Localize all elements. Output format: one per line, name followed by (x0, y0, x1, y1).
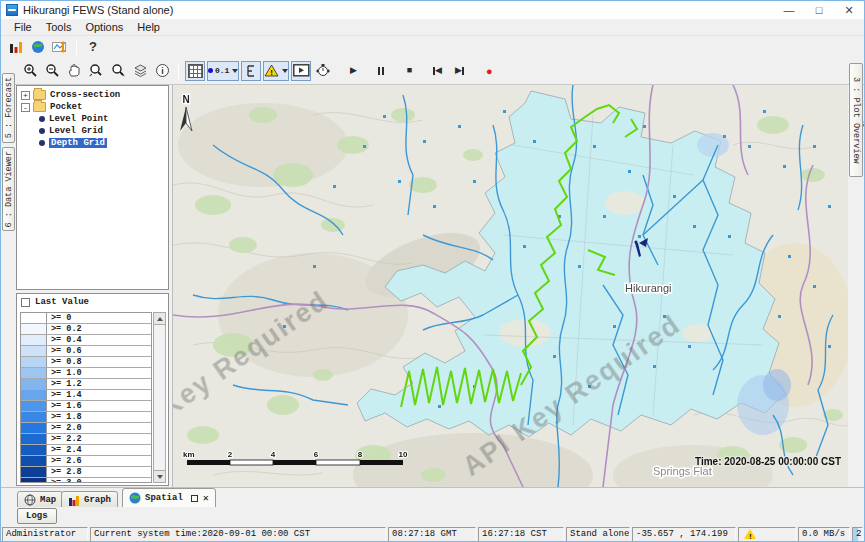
grid-icon (188, 64, 203, 78)
tree-node-level-grid[interactable]: Level Grid (17, 125, 168, 137)
tab-spatial[interactable]: Spatial ✕ (122, 488, 216, 508)
zoom-next-icon[interactable] (108, 61, 128, 81)
menu-file[interactable]: File (7, 20, 39, 34)
app-icon (6, 4, 18, 16)
legend-swatch (21, 445, 47, 455)
last-value-checkbox[interactable] (21, 298, 30, 307)
status-system-time: Current system time:2020-09-01 00:00 CST (90, 527, 386, 542)
legend-swatch (21, 390, 47, 400)
tab-data-viewer-label: 6 : Data Viewer (4, 151, 14, 228)
legend-row: >= 3.0 (21, 478, 151, 483)
expand-icon[interactable]: + (21, 91, 30, 100)
svg-text:6: 6 (314, 450, 319, 459)
menu-options[interactable]: Options (78, 20, 130, 34)
map-toolbar: i 0.1 ! ▶ (1, 57, 864, 85)
svg-text:km: km (183, 450, 195, 459)
pan-hand-icon[interactable] (64, 61, 84, 81)
map-viewport[interactable]: API Key Required API Key Required N km 2… (172, 85, 847, 487)
play-button[interactable]: ▶ (343, 61, 363, 81)
legend-swatch (21, 412, 47, 422)
logs-button[interactable]: Logs (17, 508, 57, 524)
stop-button[interactable]: ■ (399, 61, 419, 81)
timer-icon[interactable] (313, 61, 333, 81)
status-transfer-rate: 0.0 MB/s (798, 527, 850, 542)
pause-button[interactable] (371, 61, 391, 81)
legend-swatch (21, 478, 47, 483)
menu-tools[interactable]: Tools (39, 20, 79, 34)
legend-row-label: >= 0.6 (47, 346, 151, 356)
bullet-icon (39, 140, 45, 146)
legend-scrollbar[interactable] (153, 312, 166, 483)
legend-swatch (21, 357, 47, 367)
database-icon[interactable] (6, 37, 26, 57)
window-title: Hikurangi FEWS (Stand alone) (23, 4, 173, 16)
legend-row: >= 2.6 (21, 456, 151, 467)
scroll-down-icon[interactable] (154, 470, 165, 482)
legend-row-label: >= 0.2 (47, 324, 151, 334)
folder-icon (33, 90, 46, 100)
step-back-button[interactable]: ◀ (427, 61, 447, 81)
collapse-icon[interactable]: - (21, 103, 30, 112)
legend-row-label: >= 1.2 (47, 379, 151, 389)
tab-map[interactable]: Map (17, 491, 63, 508)
chevron-down-icon (232, 69, 238, 73)
tree-node-pocket[interactable]: - Pocket (17, 101, 168, 113)
tab-plot-overview[interactable]: 3 : Plot Overview (849, 63, 863, 177)
animation-button[interactable] (291, 61, 311, 81)
tab-graph[interactable]: Graph (61, 491, 118, 508)
legend-row-label: >= 3.0 (47, 478, 151, 483)
help-icon: ? (89, 39, 97, 54)
legend-swatch (21, 456, 47, 466)
app-window: Hikurangi FEWS (Stand alone) — □ ✕ File … (0, 0, 865, 542)
minimize-button[interactable]: — (774, 1, 804, 19)
status-warning-cell[interactable] (738, 527, 796, 542)
close-button[interactable]: ✕ (834, 1, 864, 19)
grid-toggle-button[interactable] (185, 61, 205, 81)
record-button[interactable]: ● (479, 61, 499, 81)
layers-icon[interactable] (130, 61, 150, 81)
maximize-panel-icon[interactable] (191, 495, 198, 502)
town-label: Hikurangi (625, 282, 671, 294)
legend-row: >= 0.2 (21, 324, 151, 335)
warning-dropdown[interactable]: ! (263, 61, 289, 81)
tree-node-level-point[interactable]: Level Point (17, 113, 168, 125)
display-tab-bar: Map Graph Spatial ✕ (1, 487, 864, 507)
legend-row: >= 0.4 (21, 335, 151, 346)
spatial-display-icon[interactable] (50, 37, 70, 57)
legend-row: >= 0.6 (21, 346, 151, 357)
legend-row-label: >= 0 (47, 313, 151, 323)
tab-forecast[interactable]: 5 : Forecast (2, 73, 15, 143)
warning-icon: ! (264, 64, 279, 77)
zoom-previous-icon[interactable] (86, 61, 106, 81)
info-icon[interactable]: i (152, 61, 172, 81)
zoom-in-icon[interactable] (20, 61, 40, 81)
maximize-button[interactable]: □ (804, 1, 834, 19)
scroll-up-icon[interactable] (154, 313, 165, 325)
logs-row: Logs (1, 507, 864, 526)
legend-swatch (21, 368, 47, 378)
step-forward-button[interactable]: ▶ (449, 61, 469, 81)
bullet-icon (39, 128, 45, 134)
legend-row-label: >= 2.4 (47, 445, 151, 455)
profile-button[interactable] (241, 61, 261, 81)
help-button[interactable]: ? (83, 37, 103, 57)
tree-node-label: Cross-section (50, 90, 120, 100)
legend-swatch (21, 467, 47, 477)
menu-help[interactable]: Help (130, 20, 167, 34)
tab-spatial-label: Spatial (145, 493, 183, 503)
legend-row: >= 1.0 (21, 368, 151, 379)
tab-data-viewer[interactable]: 6 : Data Viewer (2, 147, 15, 231)
legend-row: >= 0 (21, 313, 151, 324)
globe-icon[interactable] (28, 37, 48, 57)
close-panel-icon[interactable]: ✕ (203, 492, 209, 504)
zoom-out-icon[interactable] (42, 61, 62, 81)
interval-dot-icon (208, 68, 213, 73)
folder-icon (33, 102, 46, 112)
status-bar: Administrator Current system time:2020-0… (1, 526, 864, 542)
interval-dropdown[interactable]: 0.1 (207, 61, 239, 81)
legend-row-label: >= 0.8 (47, 357, 151, 367)
legend-row-label: >= 1.6 (47, 401, 151, 411)
tree-node-depth-grid[interactable]: Depth Grid (17, 137, 168, 149)
svg-text:10: 10 (399, 450, 408, 459)
legend-row-label: >= 0.4 (47, 335, 151, 345)
